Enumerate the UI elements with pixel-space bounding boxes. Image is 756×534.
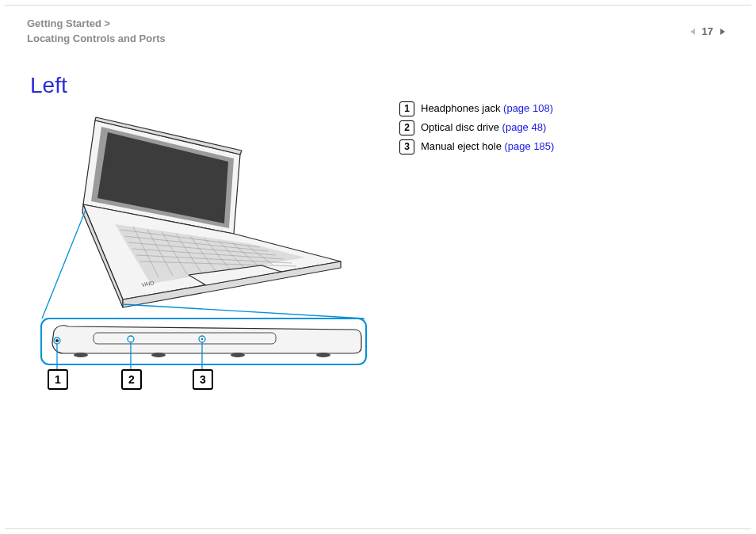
svg-point-21 — [151, 353, 166, 357]
ports-illustration: VAIO 1 2 3 — [40, 111, 372, 404]
svg-line-17 — [122, 304, 365, 318]
legend-label-2: Optical disc drive — [421, 121, 502, 133]
breadcrumb-line-2: Locating Controls and Ports — [27, 32, 166, 44]
legend-link-1[interactable]: (page 108) — [503, 102, 553, 114]
svg-point-23 — [316, 353, 330, 357]
illustration-callout-3: 3 — [193, 369, 213, 390]
svg-point-30 — [201, 338, 203, 340]
legend-item-1: 1 Headphones jack (page 108) — [399, 100, 554, 117]
next-page-icon[interactable] — [718, 27, 727, 36]
legend-number-3: 3 — [399, 139, 414, 154]
legend-label-1: Headphones jack — [421, 102, 503, 114]
legend-link-2[interactable]: (page 48) — [502, 121, 547, 133]
prev-page-icon[interactable] — [688, 27, 697, 36]
legend-number-2: 2 — [399, 120, 414, 135]
svg-point-20 — [74, 353, 88, 357]
legend-label-3: Manual eject hole — [421, 140, 505, 152]
svg-line-16 — [42, 210, 86, 318]
page-number: 17 — [702, 25, 713, 37]
legend-link-3[interactable]: (page 185) — [505, 140, 555, 152]
legend-item-2: 2 Optical disc drive (page 48) — [399, 119, 554, 136]
breadcrumb-line-1: Getting Started > — [27, 17, 110, 29]
page-navigation: 17 — [688, 25, 727, 37]
svg-point-31 — [55, 339, 59, 342]
illustration-callout-1: 1 — [48, 369, 68, 390]
illustration-callout-2: 2 — [121, 369, 142, 390]
svg-point-22 — [231, 353, 245, 357]
breadcrumb: Getting Started > Locating Controls and … — [27, 16, 166, 46]
section-heading: Left — [30, 73, 67, 98]
legend-item-3: 3 Manual eject hole (page 185) — [399, 138, 554, 155]
ports-legend: 1 Headphones jack (page 108) 2 Optical d… — [399, 100, 554, 157]
legend-number-1: 1 — [399, 101, 414, 116]
